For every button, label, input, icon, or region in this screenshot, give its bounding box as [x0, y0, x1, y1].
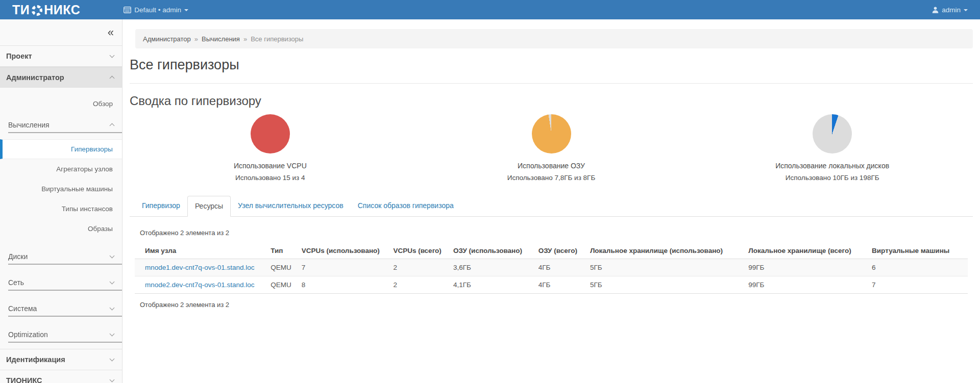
tab-compute-host[interactable]: Узел вычислительных ресурсов	[231, 196, 351, 217]
cell-vms: 7	[872, 276, 968, 294]
hypervisor-resources-table: Имя узла Тип VCPUs (использовано) VCPUs …	[135, 243, 968, 294]
disk-usage-subtitle: Использовано 10ГБ из 198ГБ	[692, 172, 973, 184]
page-title: Все гипервизоры	[130, 56, 973, 74]
cell-type: QEMU	[271, 276, 301, 294]
breadcrumb-separator: »	[194, 35, 198, 43]
cell-storage-used: 5ГБ	[590, 276, 748, 294]
sidebar-group-volumes[interactable]: Диски	[0, 239, 122, 265]
sidebar-dashboard-tionix[interactable]: ТИОНИКС	[0, 370, 122, 383]
sidebar-group-volumes-label: Диски	[8, 252, 28, 261]
user-menu[interactable]: admin	[932, 6, 968, 14]
cell-storage-total: 99ГБ	[748, 259, 872, 276]
chevron-down-icon	[110, 331, 115, 337]
cell-vcpus-used: 7	[302, 259, 394, 276]
chevron-up-icon	[110, 123, 115, 129]
project-context-switcher[interactable]: Default • admin	[124, 6, 188, 14]
ram-usage-chart: Использование ОЗУ Использовано 7,8ГБ из …	[411, 114, 692, 184]
vcpu-usage-title: Использование VCPU	[130, 160, 411, 172]
divider	[130, 83, 973, 84]
sidebar-item-instances[interactable]: Виртуальные машины	[0, 179, 122, 199]
projects-table-icon	[124, 7, 131, 13]
sidebar-dashboard-tionix-label: ТИОНИКС	[6, 376, 42, 383]
sidebar-dashboard-identity-label: Идентификация	[6, 355, 65, 364]
group-underline	[8, 342, 122, 343]
chevron-down-icon	[964, 9, 968, 11]
chevron-up-icon	[110, 75, 115, 81]
sidebar-dashboard-admin[interactable]: Администратор	[0, 67, 122, 88]
cell-ram-total: 4ГБ	[538, 276, 590, 294]
sidebar-header: «	[0, 19, 122, 46]
ram-usage-pie	[532, 114, 571, 154]
hypervisor-summary-charts: Использование VCPU Использовано 15 из 4 …	[130, 114, 973, 184]
sidebar-item-host-aggregates[interactable]: Агрегаторы узлов	[0, 159, 122, 179]
top-navbar: ТИ НИКС Default • admin admin	[0, 0, 980, 19]
col-ram-used: ОЗУ (использовано)	[453, 243, 538, 259]
table-row: mnode2.dev-cnt7q-ovs-01.stand.loc QEMU 8…	[135, 276, 968, 294]
cell-ram-used: 3,6ГБ	[453, 259, 538, 276]
sidebar-dashboard-identity[interactable]: Идентификация	[0, 349, 122, 370]
chevron-down-icon	[110, 279, 115, 285]
chevron-down-icon	[110, 356, 115, 362]
disk-usage-pie	[813, 114, 852, 154]
tab-hypervisor[interactable]: Гипервизор	[135, 196, 187, 217]
cell-ram-total: 4ГБ	[538, 259, 590, 276]
ram-usage-title: Использование ОЗУ	[411, 160, 692, 172]
brand-text-left: ТИ	[12, 4, 30, 16]
sidebar-group-system[interactable]: Система	[0, 291, 122, 317]
brand-text-right: НИКС	[44, 4, 80, 16]
disk-usage-title: Использование локальных дисков	[692, 160, 973, 172]
node-link[interactable]: mnode2.dev-cnt7q-ovs-01.stand.loc	[145, 281, 255, 289]
cell-storage-total: 99ГБ	[748, 276, 872, 294]
brand-o-ring-icon	[30, 4, 44, 16]
cell-vms: 6	[872, 259, 968, 276]
sidebar-item-overview[interactable]: Обзор	[0, 94, 122, 114]
tab-image-list[interactable]: Список образов гипервизора	[351, 196, 461, 217]
chevron-down-icon	[110, 53, 115, 58]
sidebar-group-system-label: Система	[8, 304, 37, 313]
group-underline	[8, 132, 122, 133]
sidebar-collapse-button[interactable]: «	[108, 27, 114, 38]
col-ram-total: ОЗУ (всего)	[538, 243, 590, 259]
ram-usage-subtitle: Использовано 7,8ГБ из 8ГБ	[411, 172, 692, 184]
hypervisor-tabs: Гипервизор Ресурсы Узел вычислительных р…	[130, 196, 973, 217]
sidebar-group-network[interactable]: Сеть	[0, 265, 122, 291]
sidebar-group-optimization-label: Optimization	[8, 330, 48, 339]
col-type: Тип	[271, 243, 301, 259]
breadcrumb-item-admin[interactable]: Администратор	[143, 35, 191, 43]
sidebar-group-optimization[interactable]: Optimization	[0, 317, 122, 343]
node-link[interactable]: mnode1.dev-cnt7q-ovs-01.stand.loc	[145, 264, 255, 271]
brand-logo[interactable]: ТИ НИКС	[12, 4, 80, 16]
sidebar-item-flavors[interactable]: Типы инстансов	[0, 199, 122, 219]
items-shown-count-bottom: Отображено 2 элемента из 2	[130, 301, 973, 309]
cell-ram-used: 4,1ГБ	[453, 276, 538, 294]
breadcrumb-item-compute[interactable]: Вычисления	[202, 35, 240, 43]
tab-resources[interactable]: Ресурсы	[187, 196, 231, 217]
cell-type: QEMU	[271, 259, 301, 276]
sidebar-item-hypervisors[interactable]: Гипервизоры	[0, 139, 122, 159]
sidebar-dashboard-project-label: Проект	[6, 52, 32, 60]
cell-vcpus-total: 2	[393, 259, 453, 276]
sidebar-group-compute[interactable]: Вычисления	[0, 114, 122, 133]
chevron-down-icon	[110, 253, 115, 259]
sidebar-item-images[interactable]: Образы	[0, 219, 122, 239]
chevron-down-icon	[184, 9, 188, 11]
chevron-down-icon	[110, 377, 115, 382]
user-icon	[932, 7, 939, 13]
breadcrumb-separator: »	[243, 35, 247, 43]
col-storage-total: Локальное хранилище (всего)	[748, 243, 872, 259]
summary-title: Сводка по гипервизору	[130, 93, 973, 108]
items-shown-count-top: Отображено 2 элемента из 2	[130, 229, 973, 237]
col-vcpus-total: VCPUs (всего)	[393, 243, 453, 259]
vcpu-usage-chart: Использование VCPU Использовано 15 из 4	[130, 114, 411, 184]
table-header-row: Имя узла Тип VCPUs (использовано) VCPUs …	[135, 243, 968, 259]
user-menu-label: admin	[942, 6, 961, 14]
cell-vcpus-used: 8	[302, 276, 394, 294]
cell-storage-used: 5ГБ	[590, 259, 748, 276]
cell-vcpus-total: 2	[393, 276, 453, 294]
vcpu-usage-subtitle: Использовано 15 из 4	[130, 172, 411, 184]
sidebar-group-compute-label: Вычисления	[8, 121, 50, 129]
sidebar-dashboard-project[interactable]: Проект	[0, 46, 122, 67]
chevron-down-icon	[110, 305, 115, 311]
col-vcpus-used: VCPUs (использовано)	[302, 243, 394, 259]
sidebar-dashboard-admin-label: Администратор	[6, 73, 64, 82]
